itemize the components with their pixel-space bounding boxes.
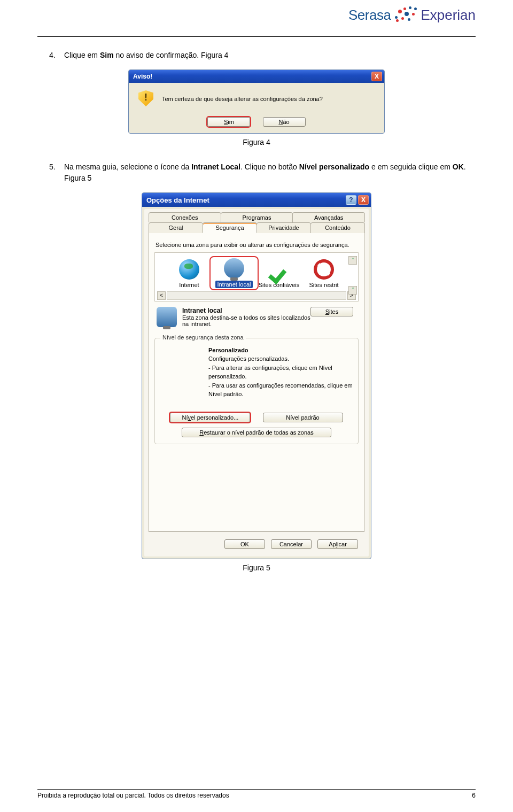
tabs-row-bottom: Geral Segurança Privacidade Conteúdo <box>149 222 364 233</box>
help-icon[interactable]: ? <box>346 195 356 205</box>
apply-button[interactable]: Aplicar <box>317 539 358 549</box>
footer-page-number: 6 <box>472 792 476 799</box>
zone-desc-text: Esta zona destina-se a todos os sites lo… <box>182 314 310 327</box>
restaurar-button[interactable]: Restaurar o nível padrão de todas as zon… <box>182 428 331 437</box>
personalized-title: Personalizado <box>208 347 353 353</box>
computer-icon <box>157 307 177 327</box>
zone-intranet-local[interactable]: Intranet local <box>212 258 256 288</box>
tab-avancadas[interactable]: Avançadas <box>292 212 365 222</box>
dialog-footer-buttons: OK Cancelar Aplicar <box>149 532 364 552</box>
security-tabpane: Selecione uma zona para exibir ou altera… <box>149 233 364 532</box>
zone-description: Intranet local Esta zona destina-se a to… <box>154 307 359 327</box>
step-5-number: 5. <box>49 161 64 184</box>
nivel-personalizado-button[interactable]: Nível personalizado... <box>170 413 250 422</box>
scroll-left-icon[interactable]: < <box>157 291 166 300</box>
step-4: 4. Clique em Sim no aviso de confirmação… <box>49 50 476 61</box>
ok-button[interactable]: OK <box>224 539 265 549</box>
tab-geral[interactable]: Geral <box>149 222 203 233</box>
close-icon[interactable]: X <box>358 195 369 205</box>
internet-options-dialog: Opções da Internet ? X Conexões Programa… <box>142 192 371 559</box>
prohibited-icon <box>314 259 334 280</box>
footer-text: Proibida a reprodução total ou parcial. … <box>37 792 229 799</box>
step-4-number: 4. <box>49 50 64 61</box>
aviso-title: Aviso! <box>133 73 371 80</box>
zone-selector: Internet Intranet local Sites confiáveis <box>154 252 359 301</box>
zone-sites-confiaveis[interactable]: Sites confiáveis <box>256 259 301 288</box>
figure5-caption: Figura 5 <box>37 563 476 572</box>
logo-serasa-text: Serasa <box>348 7 391 24</box>
sim-button[interactable]: Sim <box>207 117 250 127</box>
step-5: 5. Na mesma guia, selecione o ícone da I… <box>49 161 476 184</box>
computer-icon <box>224 258 244 279</box>
opts-titlebar[interactable]: Opções da Internet ? X <box>142 193 371 207</box>
aviso-dialog: Aviso! X Tem certeza de que deseja alter… <box>128 69 385 134</box>
zone-title: Intranet local <box>182 307 310 314</box>
nao-button[interactable]: Não <box>263 117 306 127</box>
logo-dots-icon <box>394 6 417 24</box>
opts-title: Opções da Internet <box>146 196 209 204</box>
nivel-padrao-button[interactable]: Nível padrão <box>263 413 343 422</box>
warning-shield-icon <box>138 90 156 107</box>
header-divider <box>37 36 476 37</box>
checkmark-icon <box>269 259 289 280</box>
sites-button[interactable]: Sites <box>310 307 353 316</box>
tab-conteudo[interactable]: Conteúdo <box>310 222 365 233</box>
tabs-row-top: Conexões Programas Avançadas <box>149 212 364 222</box>
scroll-up-icon[interactable]: ˄ <box>348 256 357 265</box>
tab-privacidade[interactable]: Privacidade <box>256 222 311 233</box>
close-icon[interactable]: X <box>371 72 382 81</box>
step-4-text: Clique em Sim no aviso de confirmação. F… <box>64 50 228 61</box>
security-level-fieldset: Nível de segurança desta zona Personaliz… <box>154 338 359 444</box>
page-footer: Proibida a reprodução total ou parcial. … <box>37 789 476 799</box>
fieldset-legend: Nível de segurança desta zona <box>160 334 246 341</box>
zone-instruction: Selecione uma zona para exibir ou altera… <box>156 242 359 248</box>
tab-programas[interactable]: Programas <box>221 212 293 222</box>
personalized-lines: Configurações personalizadas. - Para alt… <box>208 354 353 399</box>
horizontal-scrollbar[interactable] <box>167 291 346 300</box>
aviso-message: Tem certeza de que deseja alterar as con… <box>162 96 323 102</box>
brand-logo: Serasa Experian <box>348 6 476 24</box>
zone-sites-restritos[interactable]: Sites restrit <box>301 259 346 288</box>
step-5-text: Na mesma guia, selecione o ícone da Intr… <box>64 161 476 184</box>
cancel-button[interactable]: Cancelar <box>271 539 312 549</box>
aviso-body: Tem certeza de que deseja alterar as con… <box>129 83 384 114</box>
logo-experian-text: Experian <box>421 7 476 24</box>
tab-conexoes[interactable]: Conexões <box>149 212 221 222</box>
scroll-down-icon[interactable]: ˅ <box>348 286 357 295</box>
globe-icon <box>179 259 199 280</box>
figure4-caption: Figura 4 <box>37 138 476 146</box>
tab-seguranca[interactable]: Segurança <box>203 222 257 233</box>
zone-internet[interactable]: Internet <box>167 259 212 288</box>
aviso-titlebar[interactable]: Aviso! X <box>129 70 384 83</box>
